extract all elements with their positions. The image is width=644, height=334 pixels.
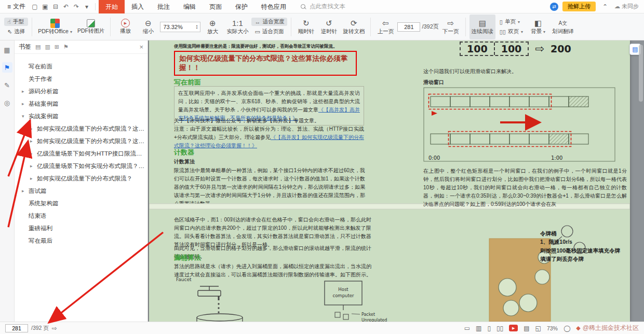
bookmarks-panel-icon[interactable]: ⚑: [2, 62, 12, 73]
tab-insert[interactable]: 插入: [125, 0, 151, 13]
cloud-sync-icon[interactable]: ⇄: [550, 3, 558, 11]
zoom-level-select[interactable]: 73.32% ▴▾: [160, 22, 200, 32]
chevron-right-icon[interactable]: ▸: [22, 188, 29, 193]
chevron-right-icon[interactable]: ▸: [30, 138, 37, 144]
divider: [291, 18, 291, 36]
add-bookmark-icon[interactable]: ⊞: [55, 44, 59, 50]
fit-page-label: 适合页面: [262, 28, 284, 35]
bookmark-item[interactable]: ▸面试篇: [15, 185, 147, 197]
chevron-right-icon[interactable]: ▸: [30, 176, 37, 181]
bookmark-item[interactable]: ▸亿级流量场景下如何为HTTP接口限流？看完我...: [15, 147, 147, 160]
zoom-out-button[interactable]: ⊖ 缩小: [137, 15, 159, 39]
bookmark-item[interactable]: 结束语: [15, 210, 147, 222]
prev-page-button[interactable]: ⇦ 上一页: [374, 15, 396, 39]
bookmark-item[interactable]: 关于作者: [15, 73, 147, 85]
translate-label: 划词翻译: [552, 28, 574, 35]
hand-tool-button[interactable]: ☝ 手型: [4, 18, 28, 26]
bookmark-item[interactable]: ▸如何实现亿级流量下的分布式限流？这些理论你...: [15, 122, 147, 135]
bookmark-item[interactable]: 系统架构篇: [15, 197, 147, 210]
zoom-in-button[interactable]: ⊕ 放大: [202, 15, 223, 39]
bookmark-item[interactable]: ▸如何实现亿级流量下的分布式限流？: [15, 172, 147, 185]
actual-size-button[interactable]: 1:1 实际大小: [224, 15, 250, 39]
goto-page-icon[interactable]: ⇨: [52, 325, 57, 332]
bookmark-item[interactable]: 写在最后: [15, 234, 147, 247]
chevron-right-icon[interactable]: ▸: [30, 163, 37, 169]
outline-view-icon[interactable]: ▤: [35, 44, 41, 50]
bookmark-item[interactable]: ▸基础案例篇: [15, 98, 147, 110]
cloud-icon: ☁: [614, 3, 620, 10]
heading-counter-algo: 计数算法: [174, 158, 195, 165]
rotate-ccw-button[interactable]: ↺ 逆时针: [318, 15, 340, 39]
quickbar-dropdown-icon[interactable]: ▾: [82, 3, 92, 10]
pdf-to-image-button[interactable]: PDF转图片: [75, 15, 107, 39]
select-tool-button[interactable]: ⇖ 选择: [4, 27, 28, 36]
print-icon[interactable]: ⊟: [50, 3, 61, 10]
tab-protect[interactable]: 保护: [229, 0, 254, 13]
thumbnail-view-icon[interactable]: ▥: [476, 325, 481, 332]
zoom-spinner[interactable]: ▴▾: [196, 24, 197, 30]
rotate-cw-label: 顺时针: [298, 28, 315, 35]
collapse-ribbon-icon[interactable]: ⌃: [600, 3, 610, 10]
pdf-to-office-button[interactable]: PDF转Office ▾: [36, 15, 74, 39]
upload-button[interactable]: 抢鲜上传: [562, 2, 596, 11]
bookmark-item[interactable]: ▸源码分析篇: [15, 85, 147, 98]
thumbnails-panel-icon[interactable]: ▦: [2, 45, 12, 55]
sync-status[interactable]: ☁ 未同步: [614, 3, 639, 10]
background-button[interactable]: ◧ 背景 ▾: [527, 15, 549, 39]
fit-page-button[interactable]: ▭ 适合页面: [251, 27, 287, 36]
undo-icon[interactable]: ↶: [61, 3, 71, 10]
bookmark-item[interactable]: ▸如何实现亿级流量下的分布式限流？这些算法...: [15, 135, 147, 147]
close-panel-icon[interactable]: ×: [139, 43, 143, 51]
chevron-right-icon[interactable]: ▸: [30, 151, 37, 156]
document-viewport[interactable]: 使用限流同样需要注意的是：限流要评估好，测试好，否则会导致正常访问被限流。 如何…: [148, 40, 644, 322]
tab-page[interactable]: 页面: [203, 0, 229, 13]
rotate-doc-icon: ⟳: [351, 19, 357, 28]
rotate-cw-button[interactable]: ↻ 顺时针: [295, 15, 317, 39]
chevron-down-icon[interactable]: ▾: [22, 114, 29, 119]
tab-special-apps[interactable]: 特色应用: [254, 0, 293, 13]
single-page-view-icon[interactable]: ▯: [487, 325, 491, 332]
search-box[interactable]: 点此查找文本: [300, 3, 345, 10]
bookmark-item[interactable]: ▾实战案例篇: [15, 110, 147, 122]
save-icon[interactable]: ▣: [40, 3, 50, 10]
play-button[interactable]: ▶ 播放: [114, 15, 136, 39]
divider: [465, 18, 466, 36]
fit-page-icon: ▭: [254, 29, 260, 35]
read-mode-icon[interactable]: ▤: [524, 325, 529, 332]
file-menu[interactable]: ≡ 文件: [3, 2, 30, 11]
chevron-right-icon[interactable]: ▸: [22, 101, 29, 106]
attachments-panel-icon[interactable]: ◎: [2, 98, 12, 108]
bookmark-item[interactable]: 重磅福利: [15, 222, 147, 234]
translate-button[interactable]: A文 划词翻译: [550, 15, 576, 39]
chevron-right-icon[interactable]: ▸: [22, 89, 29, 94]
zoom-knob-icon[interactable]: ◯: [564, 325, 570, 332]
bookmark-item[interactable]: 写在前面: [15, 60, 147, 73]
fit-width-button[interactable]: ↔ 适合宽度: [251, 18, 287, 26]
open-file-icon[interactable]: ▢: [30, 3, 40, 10]
flag-bookmark-icon[interactable]: ⚑: [63, 44, 69, 50]
rotate-doc-button[interactable]: ⟳ 旋转文档: [341, 15, 367, 39]
presentation-icon[interactable]: ▭: [464, 325, 470, 332]
video-tutorial-icon[interactable]: ▶: [509, 325, 518, 331]
bookmarks-title: 书签: [19, 43, 31, 51]
continuous-read-button[interactable]: ▤ 连续阅读: [469, 15, 495, 39]
single-page-button[interactable]: ▯ 单页 ▾: [497, 18, 526, 26]
tab-edit[interactable]: 编辑: [177, 0, 203, 13]
play-icon: ▶: [121, 19, 130, 27]
status-page-input[interactable]: [5, 324, 28, 332]
bookmark-item[interactable]: ▸亿级流量场景下如何实现分布式限流？看完彻...: [15, 160, 147, 172]
vertical-scrollbar[interactable]: [639, 45, 643, 102]
page-number-input[interactable]: [397, 22, 420, 32]
double-page-button[interactable]: ▯▯ 双页 ▾: [497, 27, 526, 36]
fullscreen-icon[interactable]: ◱: [535, 325, 541, 332]
rotate-doc-label: 旋转文档: [343, 28, 365, 35]
tab-home[interactable]: 开始: [99, 0, 125, 13]
list-view-icon[interactable]: ▥: [45, 44, 50, 50]
tab-annotate[interactable]: 批注: [151, 0, 177, 13]
redo-icon[interactable]: ↷: [71, 3, 82, 10]
annotations-panel-icon[interactable]: ✎: [2, 80, 12, 90]
bookmarks-list: 写在前面 关于作者 ▸源码分析篇 ▸基础案例篇 ▾实战案例篇 ▸如何实现亿级流量…: [15, 54, 147, 247]
next-page-button[interactable]: ⇨ 下一页: [440, 15, 462, 39]
double-page-view-icon[interactable]: ▯▯: [497, 325, 503, 332]
chevron-right-icon[interactable]: ▸: [30, 126, 37, 131]
